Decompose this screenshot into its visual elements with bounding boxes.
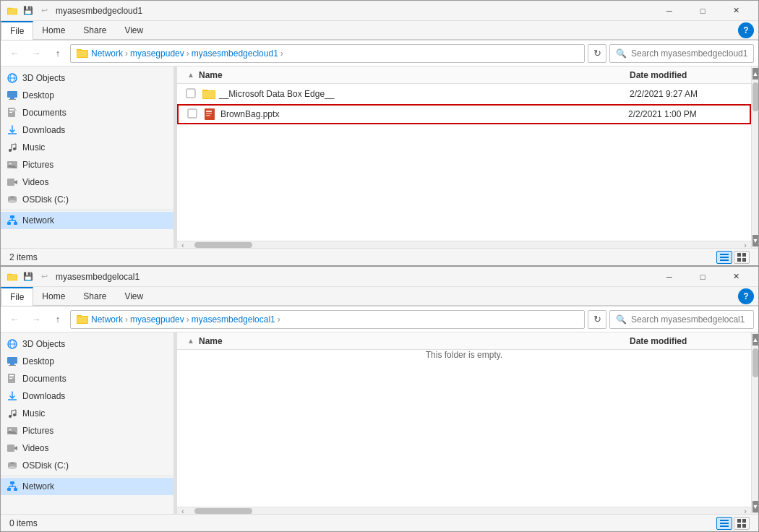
sidebar-item-downloads-1[interactable]: Downloads [1,121,173,139]
close-btn-1[interactable]: ✕ [719,1,752,21]
sidebar-item-osdisk-2[interactable]: OSDisk (C:) [1,457,173,474]
pictures-icon-2 [7,425,18,437]
forward-btn-1[interactable]: → [27,45,46,62]
minimize-btn-1[interactable]: ─ [653,1,686,21]
crumb-network-1[interactable]: Network [91,48,123,59]
tab-home-2[interactable]: Home [33,287,74,305]
back-btn-1[interactable]: ← [5,45,24,62]
sidebar-item-osdisk-1[interactable]: OSDisk (C:) [1,191,173,208]
scroll-h-1[interactable]: ‹ › [177,241,751,248]
tab-home-1[interactable]: Home [33,21,74,39]
search-input-1[interactable] [631,48,747,59]
tab-file-1[interactable]: File [1,21,33,40]
scroll-v-1[interactable]: ▲ ▼ [751,66,758,248]
scroll-v-thumb-2[interactable] [752,348,758,377]
crumb-myasegpudev-2[interactable]: myasegpudev [130,314,184,325]
search-box-1[interactable]: 🔍 [609,44,754,63]
svg-rect-81 [14,488,17,491]
sidebar-label-network-1: Network [22,215,54,226]
scroll-v-thumb-1[interactable] [752,82,758,111]
svg-rect-79 [10,481,14,484]
sidebar-item-documents-1[interactable]: Documents [1,104,173,121]
crumb-network-2[interactable]: Network [91,314,123,325]
sidebar-item-videos-2[interactable]: Videos [1,439,173,457]
svg-rect-87 [720,523,729,524]
sidebar-item-network-2[interactable]: Network [1,478,173,495]
help-btn-1[interactable]: ? [738,22,754,38]
sidebar-item-3dobjects-1[interactable]: 3D Objects [1,69,173,87]
sidebar-item-downloads-2[interactable]: Downloads [1,387,173,405]
file-check-1[interactable] [186,88,202,100]
help-btn-2[interactable]: ? [738,288,754,304]
forward-btn-2[interactable]: → [27,311,46,328]
tab-share-1[interactable]: Share [74,21,116,39]
svg-rect-63 [9,365,16,366]
svg-point-69 [9,415,12,418]
scroll-h-2[interactable]: ‹ › [177,507,751,514]
scroll-down-1[interactable]: ▼ [752,235,758,246]
sidebar-item-pictures-2[interactable]: Pictures [1,422,173,439]
details-view-btn-2[interactable] [716,517,732,530]
sidebar-label-documents-1: Documents [22,108,67,118]
table-row[interactable]: BrownBag.pptx 2/2/2021 1:00 PM [177,104,751,124]
sidebar-item-documents-2[interactable]: Documents [1,370,173,387]
svg-rect-90 [742,519,746,523]
maximize-btn-2[interactable]: □ [686,267,719,287]
back-btn-2[interactable]: ← [5,311,24,328]
scroll-up-1[interactable]: ▲ [752,68,758,80]
table-row[interactable]: __Microsoft Data Box Edge__ 2/2/2021 9:2… [177,84,751,104]
tab-file-2[interactable]: File [1,287,33,306]
crumb-myasesmbedgelocal1-2[interactable]: myasesmbedgelocal1 [192,314,275,325]
scroll-h-thumb-1[interactable] [194,242,252,248]
up-btn-2[interactable]: ↑ [48,311,67,328]
scroll-left-2[interactable]: ‹ [179,507,187,515]
sidebar-item-desktop-2[interactable]: Desktop [1,353,173,370]
refresh-btn-1[interactable]: ↻ [588,44,606,63]
search-box-2[interactable]: 🔍 [609,310,754,329]
music-icon-1 [7,142,18,153]
large-icons-view-btn-1[interactable] [734,251,750,264]
col-name-1[interactable]: Name [199,70,630,80]
crumb-myasegpudev-1[interactable]: myasegpudev [130,48,184,59]
sidebar-2: 3D Objects Desktop Documents Downloads [1,332,174,514]
minimize-btn-2[interactable]: ─ [653,267,686,287]
details-view-btn-1[interactable] [716,251,732,264]
scroll-right-2[interactable]: › [741,507,750,515]
sidebar-item-desktop-1[interactable]: Desktop [1,87,173,104]
sidebar-item-videos-1[interactable]: Videos [1,173,173,191]
address-path-1[interactable]: Network › myasegpudev › myasesmbedgeclou… [70,44,585,63]
sidebar-label-3dobjects-2: 3D Objects [22,339,65,349]
title-controls-1: ─ □ ✕ [653,1,752,21]
refresh-btn-2[interactable]: ↻ [588,310,606,329]
scroll-v-2[interactable]: ▲ ▼ [751,332,758,514]
file-check-2[interactable] [187,108,203,121]
tab-share-2[interactable]: Share [74,287,116,305]
search-input-2[interactable] [631,314,747,325]
scroll-down-2[interactable]: ▼ [752,501,758,512]
scroll-left-1[interactable]: ‹ [179,241,187,249]
svg-rect-46 [720,257,729,258]
svg-point-78 [11,463,14,464]
address-path-2[interactable]: Network › myasegpudev › myasesmbedgeloca… [70,310,585,329]
scroll-h-thumb-2[interactable] [194,508,252,514]
close-btn-2[interactable]: ✕ [719,267,752,287]
sidebar-item-3dobjects-2[interactable]: 3D Objects [1,335,173,353]
sidebar-item-network-1[interactable]: Network [1,212,173,229]
tab-view-1[interactable]: View [116,21,153,39]
content-area-2: 3D Objects Desktop Documents Downloads [1,332,758,514]
scroll-right-1[interactable]: › [741,241,750,249]
large-icons-view-btn-2[interactable] [734,517,750,530]
maximize-btn-1[interactable]: □ [686,1,719,21]
sidebar-label-osdisk-2: OSDisk (C:) [22,460,69,471]
crumb-myasesmbedgecloud1-1[interactable]: myasesmbedgecloud1 [192,48,278,59]
tab-view-2[interactable]: View [116,287,153,305]
sidebar-item-music-1[interactable]: Music [1,139,173,156]
documents-icon-1 [7,107,18,119]
file-date-databox: 2/2/2021 9:27 AM [630,89,745,99]
sidebar-item-pictures-1[interactable]: Pictures [1,156,173,173]
col-name-2[interactable]: Name [199,336,630,346]
sidebar-item-music-2[interactable]: Music [1,405,173,422]
file-pane-header-1: ▲ Name Date modified [177,66,751,84]
scroll-up-2[interactable]: ▲ [752,334,758,346]
up-btn-1[interactable]: ↑ [48,45,67,62]
